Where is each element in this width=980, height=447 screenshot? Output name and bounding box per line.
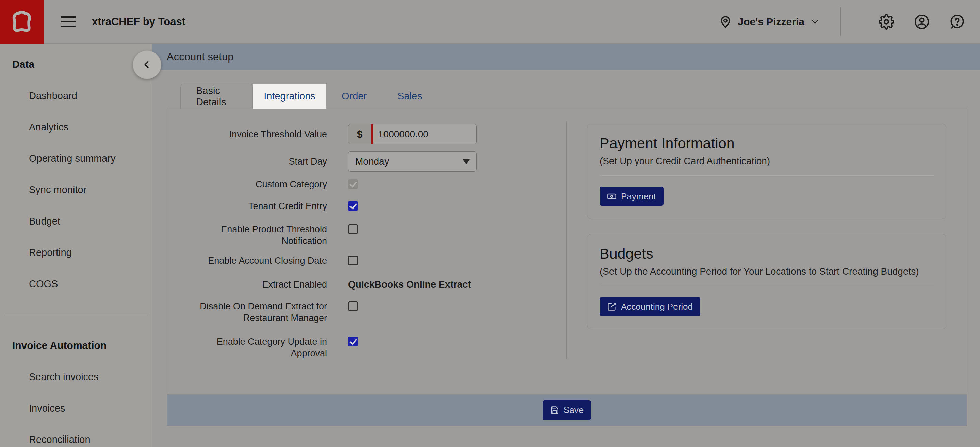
form-row: Start Day Monday xyxy=(198,151,565,172)
form-row: Disable On Demand Extract for Restaurant… xyxy=(198,300,565,324)
location-selector[interactable]: Joe's Pizzeria xyxy=(719,15,820,29)
field-label: Enable Account Closing Date xyxy=(198,255,327,267)
card-divider xyxy=(600,176,934,176)
field-label: Start Day xyxy=(198,156,327,167)
currency-prefix: $ xyxy=(348,125,371,144)
sidebar-header-invoice-automation: Invoice Automation xyxy=(0,330,152,361)
field-label: Invoice Threshold Value xyxy=(198,128,327,140)
tab-basic-details[interactable]: Basic Details xyxy=(180,84,253,109)
sidebar-item-reconciliation[interactable]: Reconciliation xyxy=(0,424,152,447)
page-title: Account setup xyxy=(167,51,234,63)
sidebar: Data Dashboard Analytics Operating summa… xyxy=(0,44,152,447)
card-title: Budgets xyxy=(600,245,934,262)
banknote-icon xyxy=(607,192,617,201)
selected-option: Monday xyxy=(355,156,389,167)
sidebar-item-dashboard[interactable]: Dashboard xyxy=(0,80,152,112)
payment-button-label: Payment xyxy=(621,191,656,202)
basic-details-form: Invoice Threshold Value $ Start Day Mond… xyxy=(198,124,565,359)
field-label: Extract Enabled xyxy=(198,279,327,290)
sidebar-item-analytics[interactable]: Analytics xyxy=(0,112,152,143)
tenant-credit-entry-checkbox[interactable] xyxy=(348,201,358,211)
account-icon xyxy=(914,14,930,30)
help-button[interactable] xyxy=(950,14,965,30)
card-title: Payment Information xyxy=(600,135,934,152)
field-label: Custom Category xyxy=(198,179,327,190)
sidebar-item-cogs[interactable]: COGS xyxy=(0,268,152,300)
accounting-period-button-label: Accounting Period xyxy=(621,302,693,312)
tab-order[interactable]: Order xyxy=(326,84,382,109)
help-icon xyxy=(950,14,965,30)
app-title: xtraCHEF by Toast xyxy=(92,16,185,28)
save-button[interactable]: Save xyxy=(543,400,591,420)
chevron-left-icon xyxy=(141,59,153,70)
edit-icon xyxy=(607,302,617,311)
field-label: Disable On Demand Extract for Restaurant… xyxy=(198,300,327,324)
topbar-right-cluster: Joe's Pizzeria xyxy=(719,7,965,37)
sidebar-item-search-invoices[interactable]: Search invoices xyxy=(0,361,152,393)
location-pin-icon xyxy=(719,15,732,29)
product-threshold-checkbox[interactable] xyxy=(348,224,358,234)
form-row: Enable Account Closing Date xyxy=(198,255,565,267)
account-closing-date-checkbox[interactable] xyxy=(348,255,358,265)
sidebar-item-reporting[interactable]: Reporting xyxy=(0,237,152,268)
sidebar-item-invoices[interactable]: Invoices xyxy=(0,393,152,424)
category-update-approval-checkbox[interactable] xyxy=(348,337,358,346)
top-bar: xtraCHEF by Toast Joe's Pizzeria xyxy=(0,0,980,44)
save-icon xyxy=(550,406,559,415)
save-button-label: Save xyxy=(563,405,584,415)
page-header-band: Account setup xyxy=(152,44,980,70)
invoice-threshold-input-group: $ xyxy=(348,124,477,144)
field-label: Enable Category Update in Approval xyxy=(198,336,327,359)
sidebar-item-budget[interactable]: Budget xyxy=(0,206,152,237)
form-row: Custom Category xyxy=(198,179,565,190)
account-setup-tabs: Basic Details Integrations Order Sales xyxy=(180,84,438,109)
sidebar-item-sync-monitor[interactable]: Sync monitor xyxy=(0,174,152,206)
card-subtitle: (Set Up your Credit Card Authentication) xyxy=(600,156,934,167)
field-label: Tenant Credit Entry xyxy=(198,200,327,212)
form-row: Tenant Credit Entry xyxy=(198,200,565,212)
location-name: Joe's Pizzeria xyxy=(738,16,804,27)
field-label: Enable Product Threshold Notification xyxy=(198,224,327,247)
sidebar-header-data: Data xyxy=(0,49,152,80)
settings-button[interactable] xyxy=(878,14,894,30)
tab-integrations[interactable]: Integrations xyxy=(253,84,326,109)
sidebar-divider xyxy=(4,316,148,316)
sidebar-collapse-button[interactable] xyxy=(133,50,161,79)
card-subtitle: (Set Up the Accounting Period for Your L… xyxy=(600,266,934,277)
topbar-divider xyxy=(840,7,841,37)
toast-logo[interactable] xyxy=(0,0,43,44)
disable-on-demand-extract-checkbox[interactable] xyxy=(348,301,358,311)
custom-category-checkbox xyxy=(348,179,358,189)
start-day-select[interactable]: Monday xyxy=(348,151,477,172)
menu-icon[interactable] xyxy=(60,16,76,27)
payment-button[interactable]: Payment xyxy=(600,187,663,206)
payment-information-card: Payment Information (Set Up your Credit … xyxy=(587,124,946,219)
form-row: Enable Category Update in Approval xyxy=(198,336,565,359)
basic-details-panel: Invoice Threshold Value $ Start Day Mond… xyxy=(167,109,967,426)
form-row: Extract Enabled QuickBooks Online Extrac… xyxy=(198,279,565,290)
validation-bar xyxy=(371,125,373,144)
extract-enabled-value: QuickBooks Online Extract xyxy=(348,279,471,290)
form-row: Enable Product Threshold Notification xyxy=(198,224,565,247)
tab-sales[interactable]: Sales xyxy=(382,84,438,109)
sidebar-item-operating-summary[interactable]: Operating summary xyxy=(0,143,152,174)
budgets-card: Budgets (Set Up the Accounting Period fo… xyxy=(587,234,946,329)
panel-divider xyxy=(566,121,566,359)
account-button[interactable] xyxy=(914,14,930,30)
select-caret-icon xyxy=(463,160,469,164)
accounting-period-button[interactable]: Accounting Period xyxy=(600,297,700,316)
chevron-down-icon xyxy=(810,17,820,27)
form-row: Invoice Threshold Value $ xyxy=(198,124,565,144)
toast-bread-icon xyxy=(8,8,35,35)
invoice-threshold-input[interactable] xyxy=(373,125,476,144)
card-divider xyxy=(600,286,934,286)
setup-cards: Payment Information (Set Up your Credit … xyxy=(587,124,946,329)
save-bar: Save xyxy=(167,394,967,426)
gear-icon xyxy=(878,14,894,30)
